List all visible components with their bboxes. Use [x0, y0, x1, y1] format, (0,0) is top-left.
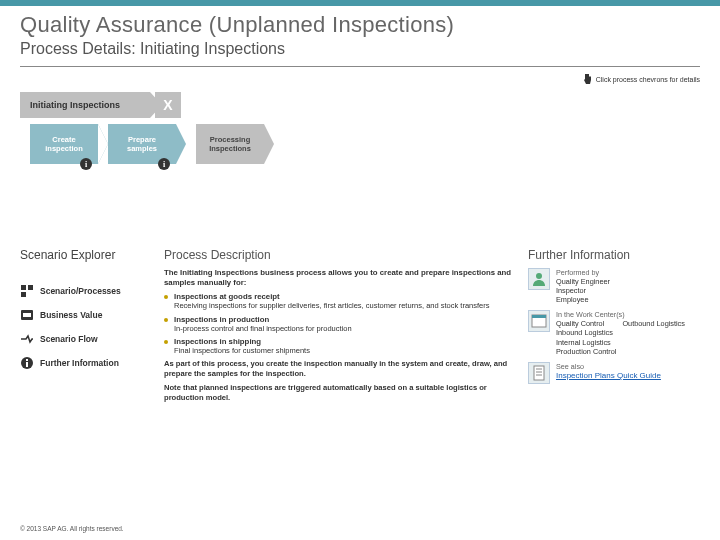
svg-rect-10: [532, 315, 546, 318]
info-icon: [20, 356, 34, 370]
step-label: Create inspection: [36, 135, 92, 153]
page-title: Quality Assurance (Unplanned Inspections…: [20, 12, 700, 38]
click-hint: Click process chevrons for details: [582, 73, 700, 86]
nav-label: Business Value: [40, 310, 102, 320]
person-icon: [528, 268, 550, 290]
bullet-icon: [164, 340, 168, 344]
performed-by-label: Performed by: [556, 268, 610, 277]
step-processing-inspections[interactable]: Processing Inspections: [196, 124, 264, 164]
nav-label: Further Information: [40, 358, 119, 368]
performed-by-group: Performed by Quality Engineer Inspector …: [528, 268, 700, 304]
puzzle-icon: [20, 284, 34, 298]
bullet-title: Inspections in production: [174, 315, 352, 324]
hint-text: Click process chevrons for details: [596, 76, 700, 83]
process-description-title: Process Description: [164, 248, 514, 262]
process-note: Note that planned inspections are trigge…: [164, 383, 514, 403]
process-description: Process Description The Initiating Inspe…: [164, 248, 514, 403]
work-center-group: In the Work Center(s) Quality Control In…: [528, 310, 700, 355]
svg-rect-7: [26, 359, 28, 361]
bullet-shipping: Inspections in shipping Final inspection…: [164, 337, 514, 355]
bullet-text: In-process control and final inspections…: [174, 324, 352, 333]
bullet-title: Inspections at goods receipt: [174, 292, 490, 301]
svg-rect-4: [23, 313, 31, 317]
work-center-values-col2: Outbound Logistics: [622, 319, 684, 355]
svg-rect-1: [28, 285, 33, 290]
bullet-text: Final inspections for customer shipments: [174, 346, 310, 355]
scenario-explorer: Scenario Explorer Scenario/Processes Bus…: [20, 248, 150, 403]
flow-section-label: Initiating Inspections: [30, 100, 120, 110]
bullet-title: Inspections in shipping: [174, 337, 310, 346]
process-intro: The Initiating Inspections business proc…: [164, 268, 514, 288]
flow-icon: [20, 332, 34, 346]
bullet-text: Receiving inspections for supplier deliv…: [174, 301, 490, 310]
see-also-group: See also Inspection Plans Quick Guide: [528, 362, 700, 384]
nav-business-value[interactable]: Business Value: [20, 308, 150, 322]
bullet-icon: [164, 295, 168, 299]
see-also-label: See also: [556, 362, 661, 371]
svg-rect-6: [26, 362, 28, 367]
lower-content: Scenario Explorer Scenario/Processes Bus…: [0, 198, 720, 403]
bullet-icon: [164, 318, 168, 322]
performed-by-values: Quality Engineer Inspector Employee: [556, 277, 610, 304]
explorer-title: Scenario Explorer: [20, 248, 150, 262]
page-subtitle: Process Details: Initiating Inspections: [20, 40, 700, 58]
value-icon: [20, 308, 34, 322]
nav-label: Scenario Flow: [40, 334, 98, 344]
process-paragraph: As part of this process, you create the …: [164, 359, 514, 379]
see-also-link[interactable]: Inspection Plans Quick Guide: [556, 371, 661, 380]
nav-label: Scenario/Processes: [40, 286, 121, 296]
process-flow: Initiating Inspections X Create inspecti…: [0, 88, 720, 198]
svg-rect-11: [534, 366, 544, 380]
flow-section-tab[interactable]: Initiating Inspections: [20, 92, 150, 118]
bullet-goods-receipt: Inspections at goods receipt Receiving i…: [164, 292, 514, 310]
bullet-production: Inspections in production In-process con…: [164, 315, 514, 333]
further-information: Further Information Performed by Quality…: [528, 248, 700, 403]
step-label: Prepare samples: [114, 135, 170, 153]
nav-further-information[interactable]: Further Information: [20, 356, 150, 370]
info-badge-icon[interactable]: i: [80, 158, 92, 170]
further-title: Further Information: [528, 248, 700, 262]
header: Quality Assurance (Unplanned Inspections…: [0, 6, 720, 62]
hint-row: Click process chevrons for details: [0, 67, 720, 88]
svg-rect-0: [21, 285, 26, 290]
step-label: Processing Inspections: [202, 135, 258, 153]
nav-scenario-flow[interactable]: Scenario Flow: [20, 332, 150, 346]
svg-rect-2: [21, 292, 26, 297]
hand-pointer-icon: [582, 73, 592, 86]
copyright: © 2013 SAP AG. All rights reserved.: [20, 525, 124, 532]
svg-point-8: [536, 273, 542, 279]
work-center-values-col1: Quality Control Inbound Logistics Intern…: [556, 319, 616, 355]
explorer-nav: Scenario/Processes Business Value Scenar…: [20, 284, 150, 370]
work-center-label: In the Work Center(s): [556, 310, 685, 319]
window-icon: [528, 310, 550, 332]
info-badge-icon[interactable]: i: [158, 158, 170, 170]
flow-close[interactable]: X: [155, 92, 181, 118]
nav-scenarios[interactable]: Scenario/Processes: [20, 284, 150, 298]
document-icon: [528, 362, 550, 384]
